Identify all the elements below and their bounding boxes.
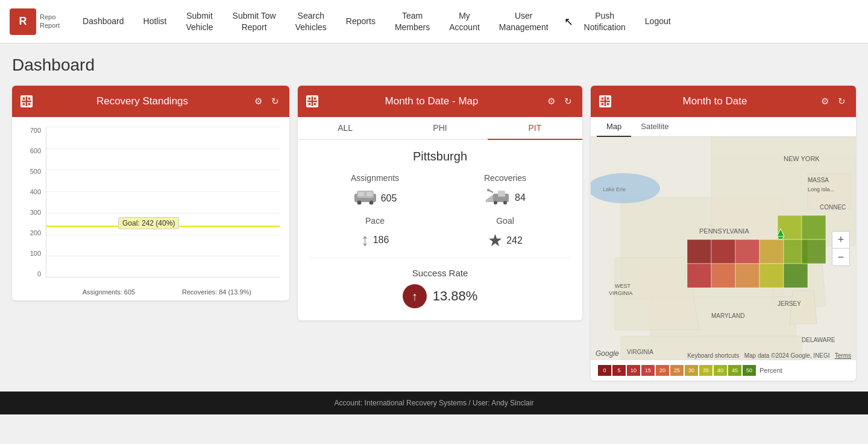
- svg-rect-24: [606, 103, 609, 106]
- legend-30: 30: [685, 365, 698, 376]
- pit-stats-row-1: Assignments: [310, 173, 570, 209]
- legend-0: 0: [598, 365, 611, 376]
- svg-marker-15: [486, 195, 493, 202]
- svg-marker-36: [711, 239, 735, 264]
- widget-month-to-date-map: Month to Date - Map ⚙ ↻ ALL PHI PIT Pitt…: [298, 86, 582, 320]
- pit-content: Pittsburgh Assignments: [298, 140, 582, 320]
- svg-point-16: [494, 201, 497, 205]
- refresh-icon-month[interactable]: ↻: [835, 95, 848, 107]
- y-label-600: 600: [30, 147, 43, 154]
- assignments-value: 605: [381, 193, 397, 204]
- legend-50: 50: [743, 365, 756, 376]
- nav-my-account[interactable]: MyAccount: [441, 5, 488, 37]
- y-label-400: 400: [30, 188, 43, 195]
- svg-marker-35: [687, 239, 711, 264]
- y-label-100: 100: [30, 250, 43, 257]
- map-data-text: Map data ©2024 Google, INEGI: [744, 352, 830, 359]
- recovery-chart-area: 700 600 500 400 300 200 100 0: [12, 117, 289, 300]
- svg-marker-47: [802, 239, 826, 264]
- y-label-700: 700: [30, 127, 43, 134]
- tab-phi[interactable]: PHI: [392, 117, 487, 140]
- pit-assignments: Assignments: [345, 173, 405, 209]
- star-icon: ★: [488, 230, 503, 250]
- expand-icon-month[interactable]: [599, 95, 611, 107]
- map-zoom-controls: + −: [832, 231, 850, 266]
- svg-text:VIRGINIA: VIRGINIA: [627, 349, 653, 355]
- nav-hotlist[interactable]: Hotlist: [135, 11, 175, 31]
- svg-text:NEW YORK: NEW YORK: [784, 155, 820, 162]
- legend-25: 25: [670, 365, 684, 376]
- page-title: Dashboard: [12, 56, 856, 75]
- refresh-icon-map-chart[interactable]: ↻: [562, 95, 574, 107]
- svg-rect-0: [22, 97, 25, 100]
- nav-dashboard[interactable]: Dashboard: [74, 11, 133, 31]
- nav-search-vehicles[interactable]: SearchVehicles: [287, 5, 335, 37]
- pit-city: Pittsburgh: [310, 150, 570, 163]
- terms-link[interactable]: Terms: [835, 352, 851, 359]
- car-icon: [353, 188, 377, 209]
- nav-items: Dashboard Hotlist SubmitVehicle Submit T…: [74, 5, 858, 37]
- svg-rect-3: [28, 103, 31, 106]
- goal-tooltip: Goal: 242 (40%): [118, 217, 179, 229]
- assignments-label: Assignments: [345, 173, 405, 183]
- main-content: Dashboard Recovery Standings ⚙ ↻ 700: [0, 43, 868, 387]
- bar-label-assignments: Assignments: 605: [64, 288, 154, 296]
- footer-text: Account: International Recovery Systems …: [335, 399, 534, 407]
- svg-rect-7: [313, 103, 316, 106]
- legend-10: 10: [627, 365, 640, 376]
- tab-all[interactable]: ALL: [298, 117, 392, 140]
- refresh-icon-recovery[interactable]: ↻: [269, 95, 281, 107]
- widget-month-actions: ⚙ ↻: [819, 95, 848, 107]
- zoom-in-button[interactable]: +: [832, 232, 849, 249]
- widgets-row: Recovery Standings ⚙ ↻ 700 600 500 400 3…: [12, 86, 856, 381]
- nav-logout[interactable]: Logout: [637, 11, 679, 31]
- svg-rect-1: [28, 97, 31, 100]
- pit-recoveries: Recoveries: [475, 173, 535, 209]
- pit-pace: Pace ↕ 186: [345, 216, 405, 250]
- nav-push-notification[interactable]: PushNotification: [576, 5, 634, 37]
- footer: Account: International Recovery Systems …: [0, 392, 868, 414]
- legend-35: 35: [699, 365, 712, 376]
- legend-label: Percent: [760, 367, 782, 374]
- recoveries-label: Recoveries: [475, 173, 535, 183]
- settings-icon-recovery[interactable]: ⚙: [252, 95, 264, 107]
- widget-map-chart-title: Month to Date - Map: [318, 95, 545, 107]
- tab-satellite[interactable]: Satellite: [631, 117, 678, 137]
- nav-submit-vehicle[interactable]: SubmitVehicle: [177, 5, 221, 37]
- svg-rect-21: [601, 97, 604, 100]
- y-label-0: 0: [37, 270, 43, 278]
- widget-recovery-standings: Recovery Standings ⚙ ↻ 700 600 500 400 3…: [12, 86, 289, 300]
- settings-icon-month[interactable]: ⚙: [819, 95, 831, 107]
- legend-5: 5: [612, 365, 626, 376]
- widget-month-to-date: Month to Date ⚙ ↻ Map Satellite: [591, 86, 856, 381]
- pit-stats-row-2: Pace ↕ 186 Goal ★ 242: [310, 216, 570, 250]
- nav-submit-tow[interactable]: Submit TowReport: [224, 5, 285, 37]
- svg-rect-13: [366, 192, 373, 196]
- map-attribution: Keyboard shortcuts Map data ©2024 Google…: [687, 352, 851, 359]
- svg-text:VIRGINIA: VIRGINIA: [609, 290, 633, 296]
- expand-icon-map-chart[interactable]: [306, 95, 318, 107]
- svg-marker-37: [687, 264, 711, 288]
- expand-icon-recovery[interactable]: [20, 95, 33, 107]
- nav-user-management[interactable]: UserManagement: [491, 5, 557, 37]
- success-rate-pct: 13.88%: [433, 288, 478, 304]
- svg-text:JERSEY: JERSEY: [778, 300, 801, 307]
- svg-point-17: [503, 201, 507, 205]
- bar-labels: Assignments: 605 Recoveries: 84 (13.9%): [46, 288, 280, 296]
- tab-map[interactable]: Map: [597, 117, 631, 137]
- widget-month-title: Month to Date: [611, 95, 819, 107]
- tab-pit[interactable]: PIT: [488, 117, 582, 140]
- settings-icon-map-chart[interactable]: ⚙: [545, 95, 557, 107]
- y-label-500: 500: [30, 168, 43, 175]
- svg-marker-33: [790, 291, 817, 324]
- legend-15: 15: [641, 365, 655, 376]
- widget-tabs: ALL PHI PIT: [298, 117, 582, 140]
- keyboard-shortcuts[interactable]: Keyboard shortcuts: [687, 352, 739, 359]
- zoom-out-button[interactable]: −: [832, 249, 849, 265]
- logo-text: RepoReport: [40, 13, 60, 29]
- recoveries-icon-val: 84: [475, 188, 535, 208]
- svg-text:Lake Erie: Lake Erie: [603, 186, 626, 192]
- logo[interactable]: R RepoReport: [10, 8, 60, 35]
- nav-team-members[interactable]: TeamMembers: [386, 5, 438, 37]
- nav-reports[interactable]: Reports: [338, 11, 384, 31]
